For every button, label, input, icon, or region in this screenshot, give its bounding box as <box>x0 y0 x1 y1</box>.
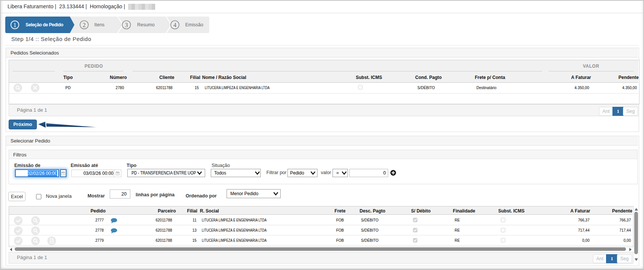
svg-text:1: 1 <box>14 22 17 28</box>
svg-text:3: 3 <box>125 22 128 28</box>
svg-text:2: 2 <box>83 22 86 28</box>
svg-text:4: 4 <box>174 22 177 28</box>
